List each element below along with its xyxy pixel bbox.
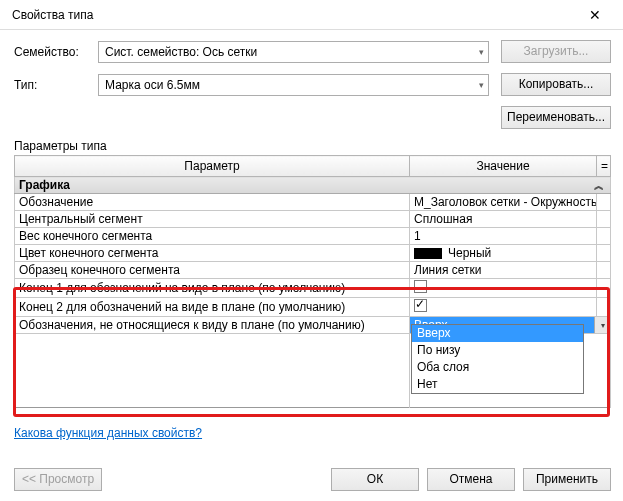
- help-link[interactable]: Какова функция данных свойств?: [14, 426, 202, 440]
- chevron-up-icon: ︽: [594, 179, 604, 193]
- apply-button[interactable]: Применить: [523, 468, 611, 491]
- type-combo[interactable]: Марка оси 6.5мм ▾: [98, 74, 489, 96]
- table-row: Конец 2 для обозначений на виде в плане …: [15, 298, 611, 317]
- designation-dropdown[interactable]: Вверх По низу Оба слоя Нет: [411, 324, 584, 394]
- dropdown-option[interactable]: Нет: [412, 376, 583, 393]
- family-combo[interactable]: Сист. семейство: Ось сетки ▾: [98, 41, 489, 63]
- close-icon[interactable]: ✕: [575, 1, 615, 29]
- rename-button[interactable]: Переименовать...: [501, 106, 611, 129]
- family-label: Семейство:: [14, 45, 98, 59]
- type-label: Тип:: [14, 78, 98, 92]
- col-equals[interactable]: =: [597, 156, 611, 177]
- table-row: ОбозначениеM_Заголовок сетки - Окружност…: [15, 194, 611, 211]
- dropdown-option[interactable]: Вверх: [412, 325, 583, 342]
- family-value: Сист. семейство: Ось сетки: [105, 45, 257, 59]
- color-swatch: [414, 248, 442, 259]
- chevron-down-icon[interactable]: ▾: [594, 317, 610, 333]
- chevron-down-icon: ▾: [479, 80, 484, 90]
- preview-button: << Просмотр: [14, 468, 102, 491]
- dropdown-option[interactable]: Оба слоя: [412, 359, 583, 376]
- load-button: Загрузить...: [501, 40, 611, 63]
- table-row: Образец конечного сегментаЛиния сетки: [15, 262, 611, 279]
- table-row: Центральный сегментСплошная: [15, 211, 611, 228]
- table-row: Вес конечного сегмента1: [15, 228, 611, 245]
- checkbox[interactable]: [414, 280, 427, 293]
- params-section-label: Параметры типа: [14, 139, 611, 153]
- dropdown-option[interactable]: По низу: [412, 342, 583, 359]
- table-row: Конец 1 для обозначений на виде в плане …: [15, 279, 611, 298]
- cancel-button[interactable]: Отмена: [427, 468, 515, 491]
- type-value: Марка оси 6.5мм: [105, 78, 200, 92]
- group-graphics[interactable]: Графика ︽: [15, 177, 611, 194]
- ok-button[interactable]: ОК: [331, 468, 419, 491]
- col-value[interactable]: Значение: [410, 156, 597, 177]
- window-title: Свойства типа: [12, 8, 575, 22]
- checkbox[interactable]: [414, 299, 427, 312]
- table-row: Цвет конечного сегментаЧерный: [15, 245, 611, 262]
- copy-button[interactable]: Копировать...: [501, 73, 611, 96]
- chevron-down-icon: ▾: [479, 47, 484, 57]
- col-parameter[interactable]: Параметр: [15, 156, 410, 177]
